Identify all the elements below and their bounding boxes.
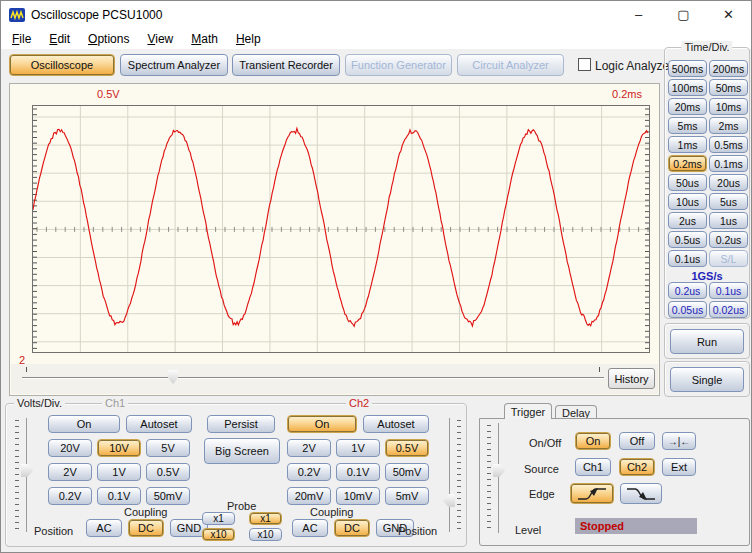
menu-edit[interactable]: Edit xyxy=(40,30,79,48)
ch1-50mv-button[interactable]: 50mV xyxy=(146,487,190,505)
logic-analyzer-checkbox[interactable] xyxy=(578,58,591,71)
tab-function-generator[interactable]: Function Generator xyxy=(345,54,452,76)
timediv-50ms[interactable]: 50ms xyxy=(709,79,748,96)
ch1-position-thumb[interactable] xyxy=(21,464,33,477)
trigger-sync-button[interactable]: →|← xyxy=(662,432,696,450)
ch1-coupling-dc[interactable]: DC xyxy=(128,519,164,537)
ch1-on-button[interactable]: On xyxy=(48,415,120,433)
timediv-10ms[interactable]: 10ms xyxy=(709,98,748,115)
ch2-20mv-button[interactable]: 20mV xyxy=(287,487,331,505)
voltsdiv-group: Volts/Div. Ch1 Ch2 Position On Autoset 2… xyxy=(5,403,467,547)
timediv-1us[interactable]: 1us xyxy=(709,212,748,229)
run-button[interactable]: Run xyxy=(670,329,744,354)
ch2-50mv-button[interactable]: 50mV xyxy=(385,463,429,481)
ch2-0.1v-button[interactable]: 0.1V xyxy=(336,463,380,481)
horizontal-position-slider[interactable] xyxy=(22,367,604,389)
timediv-20ms[interactable]: 20ms xyxy=(668,98,707,115)
trigger-level-thumb[interactable] xyxy=(493,464,505,477)
ch2-coupling-ac[interactable]: AC xyxy=(292,519,328,537)
ch2-position-slider[interactable] xyxy=(440,418,462,532)
time-per-div-readout: 0.2ms xyxy=(570,88,642,100)
horizontal-position-thumb[interactable] xyxy=(168,370,178,384)
timediv-0.2ms[interactable]: 0.2ms xyxy=(668,155,707,172)
timediv-20us[interactable]: 20us xyxy=(709,174,748,191)
timediv-0.1us[interactable]: 0.1us xyxy=(668,250,707,267)
timediv-500ms[interactable]: 500ms xyxy=(668,60,707,77)
tab-spectrum-analyzer[interactable]: Spectrum Analyzer xyxy=(120,54,228,76)
timediv-0.5ms[interactable]: 0.5ms xyxy=(709,136,748,153)
ch1-position-slider[interactable] xyxy=(14,418,36,532)
timediv-1ms[interactable]: 1ms xyxy=(668,136,707,153)
tab-trigger[interactable]: Trigger xyxy=(504,403,552,419)
tab-oscilloscope[interactable]: Oscilloscope xyxy=(9,54,115,76)
timediv-2ms[interactable]: 2ms xyxy=(709,117,748,134)
single-button[interactable]: Single xyxy=(670,367,744,392)
trigger-on-button[interactable]: On xyxy=(575,432,611,450)
app-icon xyxy=(9,7,25,23)
timediv-fast-0.2us[interactable]: 0.2us xyxy=(668,282,707,299)
timediv-200ms[interactable]: 200ms xyxy=(709,60,748,77)
trigger-source-ext[interactable]: Ext xyxy=(662,458,696,476)
ch1-0.5v-button[interactable]: 0.5V xyxy=(146,463,190,481)
timediv-5ms[interactable]: 5ms xyxy=(668,117,707,134)
ch2-probe-x10[interactable]: x10 xyxy=(249,528,282,541)
single-group: Single xyxy=(664,361,750,397)
timediv-100ms[interactable]: 100ms xyxy=(668,79,707,96)
ch2-position-thumb[interactable] xyxy=(443,494,455,507)
ch2-probe-x1[interactable]: x1 xyxy=(249,512,282,525)
ch2-autoset-button[interactable]: Autoset xyxy=(363,415,429,433)
menu-math[interactable]: Math xyxy=(182,30,227,48)
ch2-0.2v-button[interactable]: 0.2V xyxy=(287,463,331,481)
timediv-fast-0.05us[interactable]: 0.05us xyxy=(668,301,707,318)
ch2-10mv-button[interactable]: 10mV xyxy=(336,487,380,505)
timediv-fast-0.02us[interactable]: 0.02us xyxy=(709,301,748,318)
menu-help[interactable]: Help xyxy=(227,30,270,48)
timediv-0.1ms[interactable]: 0.1ms xyxy=(709,155,748,172)
timediv-0.2us[interactable]: 0.2us xyxy=(709,231,748,248)
ch2-1v-button[interactable]: 1V xyxy=(336,439,380,457)
ch1-coupling-ac[interactable]: AC xyxy=(86,519,122,537)
ch1-autoset-button[interactable]: Autoset xyxy=(126,415,192,433)
persist-button[interactable]: Persist xyxy=(207,415,275,433)
timediv-fast-0.1us[interactable]: 0.1us xyxy=(709,282,748,299)
maximize-button[interactable]: ▢ xyxy=(661,1,706,29)
ch1-0.2v-button[interactable]: 0.2V xyxy=(48,487,92,505)
ch1-probe-x10[interactable]: x10 xyxy=(202,528,235,541)
ch1-probe-x1[interactable]: x1 xyxy=(202,512,235,525)
close-button[interactable]: ✕ xyxy=(706,1,751,29)
ch1-10v-button[interactable]: 10V xyxy=(97,439,141,457)
ch1-1v-button[interactable]: 1V xyxy=(97,463,141,481)
ch1-20v-button[interactable]: 20V xyxy=(48,439,92,457)
trigger-source-ch1[interactable]: Ch1 xyxy=(575,458,611,476)
trigger-source-ch2[interactable]: Ch2 xyxy=(619,458,655,476)
ch2-0.5v-button[interactable]: 0.5V xyxy=(385,439,429,457)
minimize-button[interactable]: – xyxy=(616,1,661,29)
ch2-on-button[interactable]: On xyxy=(287,415,357,433)
timediv-single-loop[interactable]: S/L xyxy=(709,250,748,267)
timediv-50us[interactable]: 50us xyxy=(668,174,707,191)
tab-transient-recorder[interactable]: Transient Recorder xyxy=(232,54,340,76)
timediv-10us[interactable]: 10us xyxy=(668,193,707,210)
ch1-5v-button[interactable]: 5V xyxy=(146,439,190,457)
trigger-edge-rising-button[interactable] xyxy=(570,483,614,504)
menu-options[interactable]: Options xyxy=(79,30,138,48)
trigger-edge-falling-button[interactable] xyxy=(620,483,662,504)
ch2-coupling-dc[interactable]: DC xyxy=(334,519,370,537)
history-button[interactable]: History xyxy=(608,368,655,389)
ch1-2v-button[interactable]: 2V xyxy=(48,463,92,481)
big-screen-button[interactable]: Big Screen xyxy=(204,438,280,464)
run-group: Run xyxy=(664,323,750,359)
timediv-5us[interactable]: 5us xyxy=(709,193,748,210)
ch2-5mv-button[interactable]: 5mV xyxy=(385,487,429,505)
menu-file[interactable]: File xyxy=(3,30,40,48)
ch1-0.1v-button[interactable]: 0.1V xyxy=(97,487,141,505)
ch2-2v-button[interactable]: 2V xyxy=(287,439,331,457)
menu-view[interactable]: View xyxy=(138,30,182,48)
timediv-0.5us[interactable]: 0.5us xyxy=(668,231,707,248)
tab-delay[interactable]: Delay xyxy=(555,405,597,419)
scope-display-panel: 0.5V 0.2ms 2 History xyxy=(9,83,660,396)
trigger-level-slider[interactable] xyxy=(486,423,508,533)
timediv-2us[interactable]: 2us xyxy=(668,212,707,229)
trigger-off-button[interactable]: Off xyxy=(619,432,655,450)
tab-circuit-analyzer[interactable]: Circuit Analyzer xyxy=(457,54,564,76)
